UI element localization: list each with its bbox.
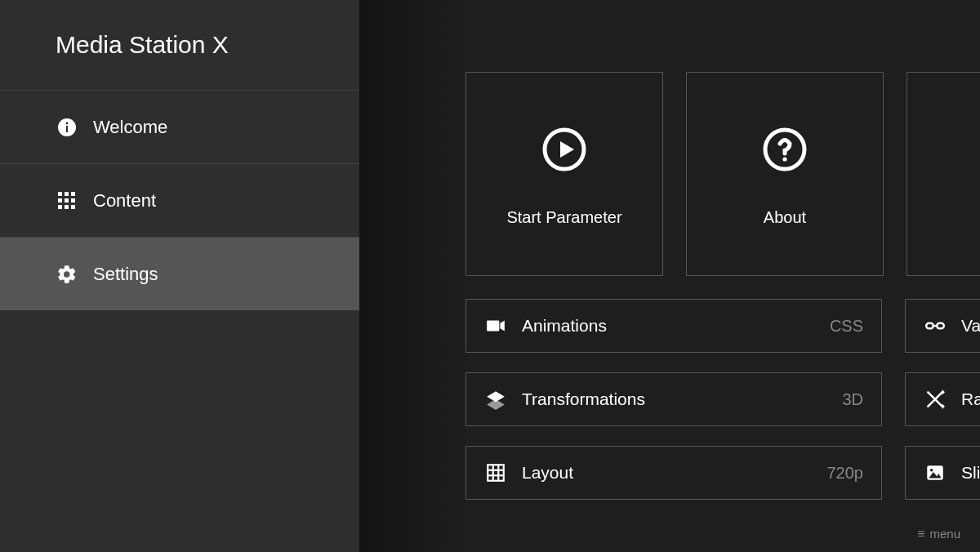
shuffle-icon — [924, 389, 947, 410]
settings-row: Layout 720p Sli — [466, 446, 980, 500]
footer-menu-hint: ≡ menu — [917, 527, 960, 541]
setting-label: Va — [961, 316, 980, 336]
setting-label: Ra — [961, 390, 980, 409]
svg-rect-8 — [71, 198, 75, 203]
sidebar-item-label: Settings — [93, 264, 158, 285]
grid-icon — [484, 462, 507, 483]
card-about[interactable]: About — [686, 72, 884, 276]
svg-point-15 — [782, 157, 786, 161]
svg-rect-24 — [488, 465, 504, 481]
sidebar-item-label: Welcome — [93, 117, 167, 138]
svg-rect-4 — [65, 192, 69, 196]
svg-marker-22 — [942, 390, 945, 395]
card-start-parameter[interactable]: Start Parameter — [466, 72, 663, 276]
gear-icon — [56, 263, 78, 286]
svg-rect-1 — [66, 126, 68, 132]
svg-rect-18 — [926, 323, 933, 329]
settings-list: Animations CSS Va Transformations — [466, 299, 980, 500]
svg-rect-3 — [58, 192, 62, 196]
svg-marker-17 — [500, 321, 504, 332]
svg-marker-21 — [487, 399, 505, 410]
settings-row: Animations CSS Va — [466, 299, 980, 353]
info-icon — [56, 116, 78, 139]
setting-value: CSS — [830, 317, 863, 336]
card-partial-v[interactable]: V — [906, 72, 980, 276]
app-title: Media Station X — [0, 0, 359, 90]
setting-transformations[interactable]: Transformations 3D — [466, 372, 882, 426]
svg-marker-13 — [560, 141, 574, 158]
setting-random[interactable]: Ra — [905, 372, 980, 426]
help-circle-icon — [762, 127, 808, 172]
svg-rect-9 — [58, 205, 62, 209]
svg-rect-11 — [71, 205, 75, 209]
svg-point-31 — [930, 469, 933, 471]
setting-slideshow[interactable]: Sli — [905, 446, 980, 500]
apps-icon — [56, 189, 78, 212]
setting-value: 3D — [842, 390, 863, 409]
svg-rect-19 — [937, 323, 944, 329]
menu-icon: ≡ — [917, 528, 924, 541]
svg-rect-6 — [58, 198, 62, 203]
setting-label: Sli — [961, 463, 980, 483]
layers-icon — [484, 389, 507, 410]
setting-value: 720p — [827, 464, 864, 483]
svg-marker-23 — [942, 403, 945, 409]
link-icon — [924, 315, 947, 336]
nav-list: Welcome Content Settings — [0, 90, 359, 310]
setting-animations[interactable]: Animations CSS — [466, 299, 882, 353]
setting-label: Layout — [522, 463, 573, 483]
svg-point-2 — [66, 122, 69, 124]
setting-label: Animations — [522, 316, 607, 336]
footer-hint-text: menu — [929, 527, 960, 541]
card-label: Start Parameter — [506, 208, 621, 247]
play-circle-icon — [541, 127, 587, 172]
svg-rect-7 — [65, 198, 69, 203]
setting-validate-links[interactable]: Va — [905, 299, 980, 353]
svg-rect-5 — [71, 192, 75, 196]
settings-row: Transformations 3D Ra — [466, 372, 980, 426]
card-label: About — [764, 208, 806, 247]
sidebar-item-content[interactable]: Content — [0, 163, 359, 237]
sidebar-item-settings[interactable]: Settings — [0, 237, 359, 310]
sidebar: Media Station X Welcome Content — [0, 0, 359, 552]
cards-row: Start Parameter About V — [466, 72, 980, 276]
image-icon — [924, 462, 947, 483]
sidebar-item-label: Content — [93, 190, 156, 211]
video-icon — [484, 315, 507, 336]
svg-rect-16 — [487, 321, 499, 332]
main-content: Start Parameter About V — [359, 0, 980, 552]
setting-layout[interactable]: Layout 720p — [466, 446, 882, 500]
svg-rect-10 — [65, 205, 69, 209]
setting-label: Transformations — [522, 390, 645, 409]
sidebar-item-welcome[interactable]: Welcome — [0, 90, 359, 163]
